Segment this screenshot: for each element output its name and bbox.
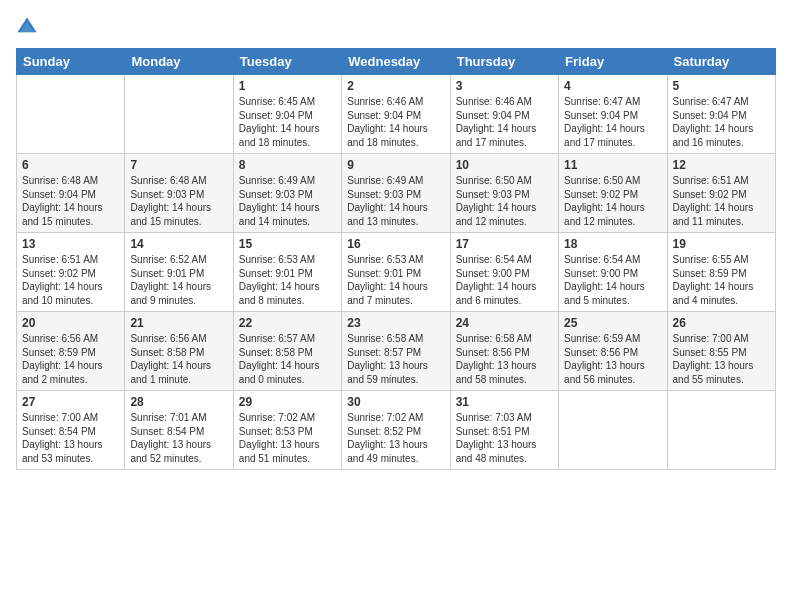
calendar-cell: 13Sunrise: 6:51 AMSunset: 9:02 PMDayligh… — [17, 233, 125, 312]
day-number: 25 — [564, 316, 661, 330]
day-number: 19 — [673, 237, 770, 251]
calendar-cell: 17Sunrise: 6:54 AMSunset: 9:00 PMDayligh… — [450, 233, 558, 312]
cell-text: Sunrise: 6:58 AMSunset: 8:57 PMDaylight:… — [347, 332, 444, 386]
day-number: 11 — [564, 158, 661, 172]
day-number: 16 — [347, 237, 444, 251]
cell-text: Sunrise: 6:56 AMSunset: 8:59 PMDaylight:… — [22, 332, 119, 386]
cell-text: Sunrise: 6:49 AMSunset: 9:03 PMDaylight:… — [239, 174, 336, 228]
week-row-4: 27Sunrise: 7:00 AMSunset: 8:54 PMDayligh… — [17, 391, 776, 470]
calendar-cell: 22Sunrise: 6:57 AMSunset: 8:58 PMDayligh… — [233, 312, 341, 391]
weekday-header-saturday: Saturday — [667, 49, 775, 75]
weekday-header-tuesday: Tuesday — [233, 49, 341, 75]
calendar-cell: 27Sunrise: 7:00 AMSunset: 8:54 PMDayligh… — [17, 391, 125, 470]
weekday-header-friday: Friday — [559, 49, 667, 75]
calendar-cell: 5Sunrise: 6:47 AMSunset: 9:04 PMDaylight… — [667, 75, 775, 154]
calendar-cell: 2Sunrise: 6:46 AMSunset: 9:04 PMDaylight… — [342, 75, 450, 154]
cell-text: Sunrise: 6:47 AMSunset: 9:04 PMDaylight:… — [673, 95, 770, 149]
cell-text: Sunrise: 6:58 AMSunset: 8:56 PMDaylight:… — [456, 332, 553, 386]
week-row-3: 20Sunrise: 6:56 AMSunset: 8:59 PMDayligh… — [17, 312, 776, 391]
day-number: 30 — [347, 395, 444, 409]
day-number: 13 — [22, 237, 119, 251]
day-number: 29 — [239, 395, 336, 409]
weekday-header-thursday: Thursday — [450, 49, 558, 75]
cell-text: Sunrise: 6:57 AMSunset: 8:58 PMDaylight:… — [239, 332, 336, 386]
cell-text: Sunrise: 6:46 AMSunset: 9:04 PMDaylight:… — [456, 95, 553, 149]
day-number: 4 — [564, 79, 661, 93]
day-number: 6 — [22, 158, 119, 172]
weekday-header-row: SundayMondayTuesdayWednesdayThursdayFrid… — [17, 49, 776, 75]
cell-text: Sunrise: 6:51 AMSunset: 9:02 PMDaylight:… — [673, 174, 770, 228]
day-number: 12 — [673, 158, 770, 172]
week-row-0: 1Sunrise: 6:45 AMSunset: 9:04 PMDaylight… — [17, 75, 776, 154]
calendar-cell: 24Sunrise: 6:58 AMSunset: 8:56 PMDayligh… — [450, 312, 558, 391]
calendar-cell: 28Sunrise: 7:01 AMSunset: 8:54 PMDayligh… — [125, 391, 233, 470]
day-number: 2 — [347, 79, 444, 93]
day-number: 26 — [673, 316, 770, 330]
day-number: 20 — [22, 316, 119, 330]
day-number: 8 — [239, 158, 336, 172]
day-number: 28 — [130, 395, 227, 409]
day-number: 27 — [22, 395, 119, 409]
day-number: 9 — [347, 158, 444, 172]
weekday-header-sunday: Sunday — [17, 49, 125, 75]
day-number: 17 — [456, 237, 553, 251]
calendar-cell: 10Sunrise: 6:50 AMSunset: 9:03 PMDayligh… — [450, 154, 558, 233]
calendar-cell: 26Sunrise: 7:00 AMSunset: 8:55 PMDayligh… — [667, 312, 775, 391]
cell-text: Sunrise: 6:50 AMSunset: 9:02 PMDaylight:… — [564, 174, 661, 228]
calendar-cell — [559, 391, 667, 470]
calendar-cell: 23Sunrise: 6:58 AMSunset: 8:57 PMDayligh… — [342, 312, 450, 391]
cell-text: Sunrise: 6:54 AMSunset: 9:00 PMDaylight:… — [456, 253, 553, 307]
calendar-cell — [125, 75, 233, 154]
calendar-cell: 6Sunrise: 6:48 AMSunset: 9:04 PMDaylight… — [17, 154, 125, 233]
day-number: 31 — [456, 395, 553, 409]
calendar-cell: 3Sunrise: 6:46 AMSunset: 9:04 PMDaylight… — [450, 75, 558, 154]
cell-text: Sunrise: 6:54 AMSunset: 9:00 PMDaylight:… — [564, 253, 661, 307]
cell-text: Sunrise: 7:03 AMSunset: 8:51 PMDaylight:… — [456, 411, 553, 465]
calendar-cell: 31Sunrise: 7:03 AMSunset: 8:51 PMDayligh… — [450, 391, 558, 470]
cell-text: Sunrise: 6:53 AMSunset: 9:01 PMDaylight:… — [347, 253, 444, 307]
cell-text: Sunrise: 6:47 AMSunset: 9:04 PMDaylight:… — [564, 95, 661, 149]
calendar-cell: 30Sunrise: 7:02 AMSunset: 8:52 PMDayligh… — [342, 391, 450, 470]
day-number: 23 — [347, 316, 444, 330]
calendar-cell: 18Sunrise: 6:54 AMSunset: 9:00 PMDayligh… — [559, 233, 667, 312]
weekday-header-wednesday: Wednesday — [342, 49, 450, 75]
cell-text: Sunrise: 7:02 AMSunset: 8:53 PMDaylight:… — [239, 411, 336, 465]
calendar-cell: 15Sunrise: 6:53 AMSunset: 9:01 PMDayligh… — [233, 233, 341, 312]
cell-text: Sunrise: 6:49 AMSunset: 9:03 PMDaylight:… — [347, 174, 444, 228]
day-number: 1 — [239, 79, 336, 93]
calendar-cell: 25Sunrise: 6:59 AMSunset: 8:56 PMDayligh… — [559, 312, 667, 391]
day-number: 5 — [673, 79, 770, 93]
weekday-header-monday: Monday — [125, 49, 233, 75]
cell-text: Sunrise: 6:46 AMSunset: 9:04 PMDaylight:… — [347, 95, 444, 149]
cell-text: Sunrise: 7:00 AMSunset: 8:54 PMDaylight:… — [22, 411, 119, 465]
cell-text: Sunrise: 6:55 AMSunset: 8:59 PMDaylight:… — [673, 253, 770, 307]
calendar-cell: 4Sunrise: 6:47 AMSunset: 9:04 PMDaylight… — [559, 75, 667, 154]
day-number: 3 — [456, 79, 553, 93]
calendar-cell: 9Sunrise: 6:49 AMSunset: 9:03 PMDaylight… — [342, 154, 450, 233]
day-number: 24 — [456, 316, 553, 330]
logo-icon — [16, 16, 38, 38]
calendar-table: SundayMondayTuesdayWednesdayThursdayFrid… — [16, 48, 776, 470]
calendar-cell: 8Sunrise: 6:49 AMSunset: 9:03 PMDaylight… — [233, 154, 341, 233]
cell-text: Sunrise: 6:45 AMSunset: 9:04 PMDaylight:… — [239, 95, 336, 149]
calendar-cell: 14Sunrise: 6:52 AMSunset: 9:01 PMDayligh… — [125, 233, 233, 312]
header — [16, 16, 776, 38]
calendar-cell — [17, 75, 125, 154]
week-row-2: 13Sunrise: 6:51 AMSunset: 9:02 PMDayligh… — [17, 233, 776, 312]
day-number: 10 — [456, 158, 553, 172]
calendar-cell: 20Sunrise: 6:56 AMSunset: 8:59 PMDayligh… — [17, 312, 125, 391]
week-row-1: 6Sunrise: 6:48 AMSunset: 9:04 PMDaylight… — [17, 154, 776, 233]
calendar-cell: 16Sunrise: 6:53 AMSunset: 9:01 PMDayligh… — [342, 233, 450, 312]
calendar-cell: 11Sunrise: 6:50 AMSunset: 9:02 PMDayligh… — [559, 154, 667, 233]
calendar-cell: 19Sunrise: 6:55 AMSunset: 8:59 PMDayligh… — [667, 233, 775, 312]
day-number: 22 — [239, 316, 336, 330]
cell-text: Sunrise: 6:48 AMSunset: 9:03 PMDaylight:… — [130, 174, 227, 228]
day-number: 18 — [564, 237, 661, 251]
calendar-cell: 12Sunrise: 6:51 AMSunset: 9:02 PMDayligh… — [667, 154, 775, 233]
cell-text: Sunrise: 6:51 AMSunset: 9:02 PMDaylight:… — [22, 253, 119, 307]
cell-text: Sunrise: 6:56 AMSunset: 8:58 PMDaylight:… — [130, 332, 227, 386]
cell-text: Sunrise: 6:48 AMSunset: 9:04 PMDaylight:… — [22, 174, 119, 228]
calendar-cell: 21Sunrise: 6:56 AMSunset: 8:58 PMDayligh… — [125, 312, 233, 391]
page: SundayMondayTuesdayWednesdayThursdayFrid… — [0, 0, 792, 612]
cell-text: Sunrise: 6:50 AMSunset: 9:03 PMDaylight:… — [456, 174, 553, 228]
